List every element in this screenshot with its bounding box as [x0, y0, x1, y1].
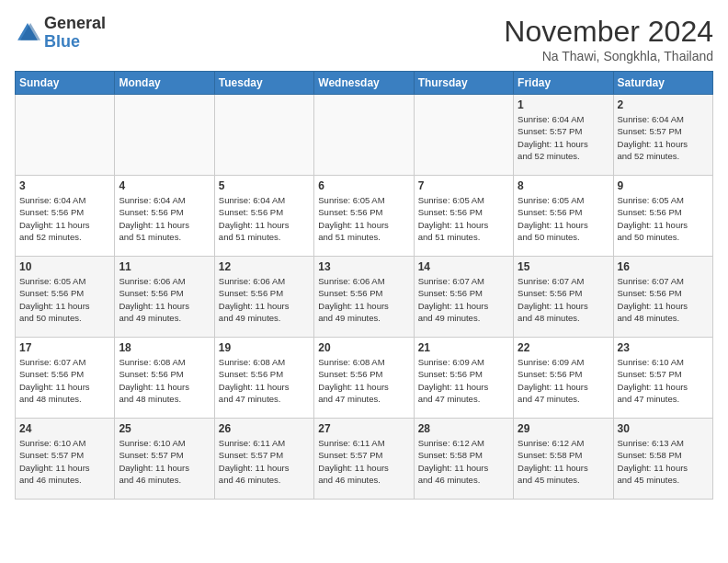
- calendar-cell: 11Sunrise: 6:06 AM Sunset: 5:56 PM Dayli…: [115, 257, 214, 338]
- calendar-cell: 25Sunrise: 6:10 AM Sunset: 5:57 PM Dayli…: [115, 419, 214, 500]
- day-info: Sunrise: 6:08 AM Sunset: 5:56 PM Dayligh…: [119, 356, 210, 405]
- day-number: 13: [318, 260, 409, 273]
- logo-icon: [15, 20, 40, 46]
- calendar-cell: [115, 95, 214, 176]
- calendar-cell: 9Sunrise: 6:05 AM Sunset: 5:56 PM Daylig…: [613, 176, 712, 257]
- logo-blue: Blue: [44, 32, 80, 51]
- day-number: 3: [19, 179, 110, 192]
- month-title: November 2024: [504, 15, 713, 49]
- weekday-header-wednesday: Wednesday: [314, 72, 414, 95]
- calendar-cell: 15Sunrise: 6:07 AM Sunset: 5:56 PM Dayli…: [514, 257, 613, 338]
- title-block: November 2024 Na Thawi, Songkhla, Thaila…: [504, 15, 713, 63]
- calendar-cell: 18Sunrise: 6:08 AM Sunset: 5:56 PM Dayli…: [115, 338, 214, 419]
- page-header: General Blue November 2024 Na Thawi, Son…: [15, 15, 713, 63]
- day-info: Sunrise: 6:05 AM Sunset: 5:56 PM Dayligh…: [418, 194, 509, 243]
- calendar-cell: 17Sunrise: 6:07 AM Sunset: 5:56 PM Dayli…: [16, 338, 115, 419]
- day-number: 12: [219, 260, 310, 273]
- day-number: 9: [618, 179, 709, 192]
- calendar-cell: 23Sunrise: 6:10 AM Sunset: 5:57 PM Dayli…: [613, 338, 712, 419]
- day-info: Sunrise: 6:05 AM Sunset: 5:56 PM Dayligh…: [618, 194, 709, 243]
- logo: General Blue: [15, 15, 106, 52]
- day-number: 28: [418, 422, 509, 435]
- week-row-3: 10Sunrise: 6:05 AM Sunset: 5:56 PM Dayli…: [16, 257, 713, 338]
- day-info: Sunrise: 6:09 AM Sunset: 5:56 PM Dayligh…: [518, 356, 609, 405]
- calendar-cell: 4Sunrise: 6:04 AM Sunset: 5:56 PM Daylig…: [115, 176, 214, 257]
- calendar-cell: 16Sunrise: 6:07 AM Sunset: 5:56 PM Dayli…: [613, 257, 712, 338]
- day-number: 10: [19, 260, 110, 273]
- weekday-header-friday: Friday: [514, 72, 613, 95]
- day-number: 5: [219, 179, 310, 192]
- day-number: 17: [19, 341, 110, 354]
- calendar-cell: 13Sunrise: 6:06 AM Sunset: 5:56 PM Dayli…: [314, 257, 414, 338]
- weekday-header-monday: Monday: [115, 72, 214, 95]
- weekday-header-row: SundayMondayTuesdayWednesdayThursdayFrid…: [16, 72, 713, 95]
- calendar-cell: 5Sunrise: 6:04 AM Sunset: 5:56 PM Daylig…: [214, 176, 313, 257]
- day-info: Sunrise: 6:10 AM Sunset: 5:57 PM Dayligh…: [19, 437, 110, 486]
- calendar-cell: [414, 95, 513, 176]
- day-number: 21: [418, 341, 509, 354]
- weekday-header-thursday: Thursday: [414, 72, 513, 95]
- day-info: Sunrise: 6:04 AM Sunset: 5:56 PM Dayligh…: [219, 194, 310, 243]
- day-info: Sunrise: 6:07 AM Sunset: 5:56 PM Dayligh…: [518, 275, 609, 324]
- day-number: 20: [318, 341, 409, 354]
- calendar-cell: 21Sunrise: 6:09 AM Sunset: 5:56 PM Dayli…: [414, 338, 513, 419]
- day-info: Sunrise: 6:05 AM Sunset: 5:56 PM Dayligh…: [518, 194, 609, 243]
- logo-general: General: [44, 14, 106, 32]
- calendar-cell: 6Sunrise: 6:05 AM Sunset: 5:56 PM Daylig…: [314, 176, 414, 257]
- calendar-cell: 27Sunrise: 6:11 AM Sunset: 5:57 PM Dayli…: [314, 419, 414, 500]
- calendar-cell: 1Sunrise: 6:04 AM Sunset: 5:57 PM Daylig…: [514, 95, 613, 176]
- location-title: Na Thawi, Songkhla, Thailand: [504, 49, 713, 63]
- day-info: Sunrise: 6:07 AM Sunset: 5:56 PM Dayligh…: [19, 356, 110, 405]
- calendar-cell: 14Sunrise: 6:07 AM Sunset: 5:56 PM Dayli…: [414, 257, 513, 338]
- day-number: 29: [518, 422, 609, 435]
- weekday-header-saturday: Saturday: [613, 72, 712, 95]
- calendar-cell: 3Sunrise: 6:04 AM Sunset: 5:56 PM Daylig…: [16, 176, 115, 257]
- calendar-cell: 12Sunrise: 6:06 AM Sunset: 5:56 PM Dayli…: [214, 257, 313, 338]
- calendar-cell: 29Sunrise: 6:12 AM Sunset: 5:58 PM Dayli…: [514, 419, 613, 500]
- calendar-cell: 2Sunrise: 6:04 AM Sunset: 5:57 PM Daylig…: [613, 95, 712, 176]
- day-info: Sunrise: 6:09 AM Sunset: 5:56 PM Dayligh…: [418, 356, 509, 405]
- day-info: Sunrise: 6:08 AM Sunset: 5:56 PM Dayligh…: [318, 356, 409, 405]
- day-info: Sunrise: 6:06 AM Sunset: 5:56 PM Dayligh…: [318, 275, 409, 324]
- day-number: 4: [119, 179, 210, 192]
- day-number: 30: [618, 422, 709, 435]
- calendar-cell: 22Sunrise: 6:09 AM Sunset: 5:56 PM Dayli…: [514, 338, 613, 419]
- calendar-table: SundayMondayTuesdayWednesdayThursdayFrid…: [15, 71, 713, 500]
- week-row-2: 3Sunrise: 6:04 AM Sunset: 5:56 PM Daylig…: [16, 176, 713, 257]
- logo-text: General Blue: [44, 15, 106, 52]
- day-info: Sunrise: 6:08 AM Sunset: 5:56 PM Dayligh…: [219, 356, 310, 405]
- day-info: Sunrise: 6:10 AM Sunset: 5:57 PM Dayligh…: [119, 437, 210, 486]
- day-number: 18: [119, 341, 210, 354]
- day-number: 25: [119, 422, 210, 435]
- calendar-cell: 8Sunrise: 6:05 AM Sunset: 5:56 PM Daylig…: [514, 176, 613, 257]
- calendar-cell: 26Sunrise: 6:11 AM Sunset: 5:57 PM Dayli…: [214, 419, 313, 500]
- day-number: 15: [518, 260, 609, 273]
- day-number: 14: [418, 260, 509, 273]
- day-number: 27: [318, 422, 409, 435]
- calendar-cell: 20Sunrise: 6:08 AM Sunset: 5:56 PM Dayli…: [314, 338, 414, 419]
- day-number: 8: [518, 179, 609, 192]
- day-info: Sunrise: 6:11 AM Sunset: 5:57 PM Dayligh…: [219, 437, 310, 486]
- calendar-cell: 10Sunrise: 6:05 AM Sunset: 5:56 PM Dayli…: [16, 257, 115, 338]
- day-info: Sunrise: 6:10 AM Sunset: 5:57 PM Dayligh…: [618, 356, 709, 405]
- day-info: Sunrise: 6:04 AM Sunset: 5:56 PM Dayligh…: [119, 194, 210, 243]
- day-info: Sunrise: 6:11 AM Sunset: 5:57 PM Dayligh…: [318, 437, 409, 486]
- calendar-cell: 19Sunrise: 6:08 AM Sunset: 5:56 PM Dayli…: [214, 338, 313, 419]
- day-info: Sunrise: 6:12 AM Sunset: 5:58 PM Dayligh…: [518, 437, 609, 486]
- week-row-5: 24Sunrise: 6:10 AM Sunset: 5:57 PM Dayli…: [16, 419, 713, 500]
- day-info: Sunrise: 6:04 AM Sunset: 5:57 PM Dayligh…: [618, 113, 709, 162]
- day-number: 11: [119, 260, 210, 273]
- week-row-1: 1Sunrise: 6:04 AM Sunset: 5:57 PM Daylig…: [16, 95, 713, 176]
- day-info: Sunrise: 6:05 AM Sunset: 5:56 PM Dayligh…: [19, 275, 110, 324]
- calendar-cell: [16, 95, 115, 176]
- calendar-cell: 30Sunrise: 6:13 AM Sunset: 5:58 PM Dayli…: [613, 419, 712, 500]
- day-number: 16: [618, 260, 709, 273]
- calendar-cell: 7Sunrise: 6:05 AM Sunset: 5:56 PM Daylig…: [414, 176, 513, 257]
- day-info: Sunrise: 6:12 AM Sunset: 5:58 PM Dayligh…: [418, 437, 509, 486]
- day-info: Sunrise: 6:13 AM Sunset: 5:58 PM Dayligh…: [618, 437, 709, 486]
- calendar-cell: [314, 95, 414, 176]
- calendar-cell: 28Sunrise: 6:12 AM Sunset: 5:58 PM Dayli…: [414, 419, 513, 500]
- day-info: Sunrise: 6:04 AM Sunset: 5:56 PM Dayligh…: [19, 194, 110, 243]
- day-number: 24: [19, 422, 110, 435]
- calendar-cell: 24Sunrise: 6:10 AM Sunset: 5:57 PM Dayli…: [16, 419, 115, 500]
